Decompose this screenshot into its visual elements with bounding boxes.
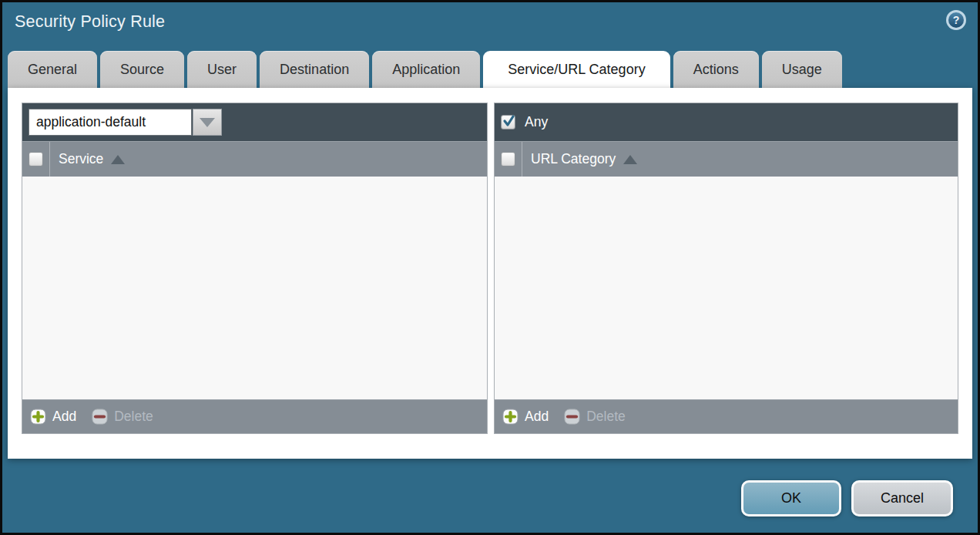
- security-policy-rule-dialog: Security Policy Rule ? General Source Us…: [0, 0, 980, 535]
- url-delete-button: Delete: [564, 409, 626, 425]
- service-column-label[interactable]: Service: [59, 151, 103, 167]
- ok-button[interactable]: OK: [741, 480, 841, 516]
- service-add-label: Add: [52, 409, 76, 425]
- url-category-footer: Add Delete: [495, 399, 958, 433]
- service-column-header: Service: [22, 141, 487, 177]
- tab-general[interactable]: General: [8, 51, 97, 88]
- add-plus-icon: [502, 409, 519, 425]
- dialog-title: Security Policy Rule: [15, 12, 165, 32]
- tab-destination[interactable]: Destination: [260, 51, 369, 88]
- service-delete-button: Delete: [92, 409, 153, 425]
- url-delete-label: Delete: [586, 409, 626, 425]
- tab-bar: General Source User Destination Applicat…: [8, 51, 842, 88]
- url-select-all-cell: [495, 142, 522, 177]
- service-delete-label: Delete: [114, 409, 153, 425]
- question-mark-circle-icon: ?: [945, 9, 967, 31]
- checkmark-icon: [502, 114, 515, 127]
- tab-user[interactable]: User: [187, 51, 257, 88]
- tab-content: Service Add Delete: [8, 88, 972, 459]
- tab-source[interactable]: Source: [100, 51, 184, 88]
- chevron-down-icon: [200, 118, 215, 127]
- service-select-all-checkbox[interactable]: [29, 152, 43, 167]
- service-type-input[interactable]: [29, 109, 192, 136]
- url-category-list: [495, 177, 958, 399]
- service-panel: Service Add Delete: [22, 103, 488, 434]
- delete-minus-icon: [92, 409, 108, 425]
- service-list: [22, 177, 487, 399]
- url-category-panel: Any URL Category Add: [494, 103, 958, 434]
- url-category-column-label[interactable]: URL Category: [531, 151, 616, 167]
- service-add-button[interactable]: Add: [30, 409, 76, 425]
- url-add-label: Add: [525, 409, 549, 425]
- sort-ascending-icon: [623, 155, 637, 164]
- add-plus-icon: [30, 409, 46, 425]
- url-category-column-header: URL Category: [495, 141, 958, 177]
- service-select-all-cell: [22, 142, 50, 177]
- url-add-button[interactable]: Add: [502, 409, 549, 425]
- service-type-bar: [22, 103, 487, 141]
- sort-ascending-icon: [111, 155, 125, 164]
- cancel-button[interactable]: Cancel: [851, 480, 953, 516]
- url-any-checkbox[interactable]: [501, 115, 515, 130]
- service-type-select: [29, 109, 222, 136]
- service-type-dropdown-button[interactable]: [193, 109, 222, 136]
- delete-minus-icon: [564, 409, 580, 425]
- tab-actions[interactable]: Actions: [673, 51, 759, 88]
- url-select-all-checkbox[interactable]: [501, 152, 515, 167]
- help-icon[interactable]: ?: [945, 9, 967, 31]
- tab-usage[interactable]: Usage: [762, 51, 842, 88]
- svg-text:?: ?: [953, 14, 960, 26]
- tab-service-url-category[interactable]: Service/URL Category: [483, 51, 670, 88]
- service-footer: Add Delete: [22, 399, 487, 433]
- url-any-label: Any: [525, 114, 548, 130]
- tab-application[interactable]: Application: [372, 51, 480, 88]
- url-any-bar: Any: [495, 103, 958, 141]
